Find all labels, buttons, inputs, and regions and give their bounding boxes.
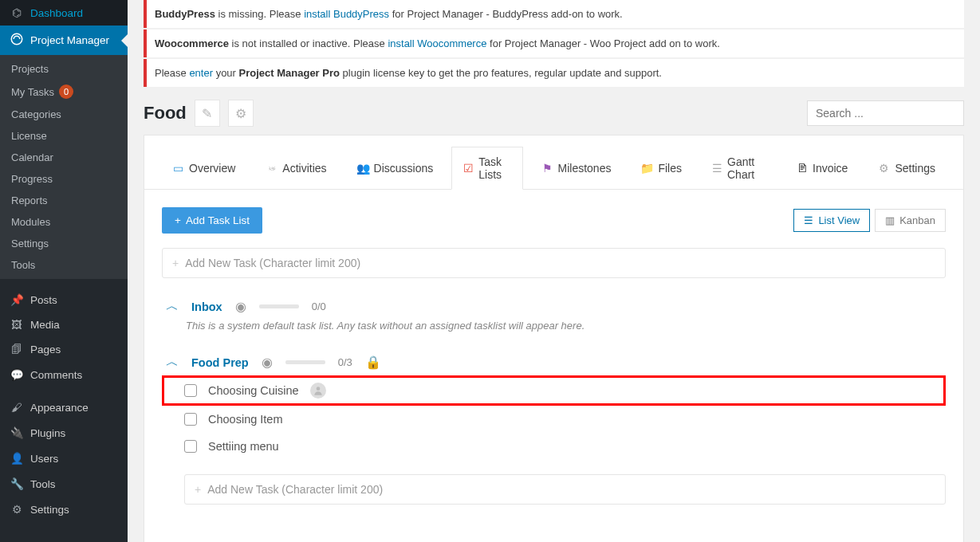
notice-link-install-buddypress[interactable]: install BuddyPress [304,8,389,20]
task-list-inbox: ︿ Inbox ◉ 0/0 This is a system default t… [162,298,946,332]
media-icon: 🖾 [10,319,24,331]
pencil-icon: ✎ [202,106,212,121]
sidebar-sub-categories[interactable]: Categories [0,104,128,125]
notice-license: Please enter your Project Manager Pro pl… [144,59,964,87]
notice-text: is missing. Please [215,8,304,20]
sidebar-item-project-manager[interactable]: Project Manager [0,26,128,55]
tab-files[interactable]: 📁 Files [629,147,694,190]
edit-project-button[interactable]: ✎ [195,100,220,127]
notice-link-install-woocommerce[interactable]: install Woocommerce [388,37,486,49]
sidebar-label: Users [30,453,58,465]
tab-invoice[interactable]: 🖹 Invoice [784,147,860,190]
list-view-button[interactable]: ☰ List View [793,209,870,232]
tab-label: Gantt Chart [727,155,766,181]
admin-sidebar: ⌬ Dashboard Project Manager Projects My … [0,0,128,542]
sidebar-item-media[interactable]: 🖾 Media [0,312,128,337]
sidebar-sub-reports[interactable]: Reports [0,190,128,211]
tab-gantt[interactable]: ☰ Gantt Chart [700,147,777,190]
pages-icon: 🗐 [10,344,24,355]
sidebar-item-appearance[interactable]: 🖌 Appearance [0,395,128,420]
sidebar-sub-settings[interactable]: Settings [0,233,128,254]
sidebar-label: Tools [30,478,56,490]
task-input-placeholder: Add New Task (Character limit 200) [207,483,383,496]
plus-icon: + [195,483,201,496]
task-row[interactable]: Choosing Cuisine [162,375,946,406]
sidebar-item-comments[interactable]: 💬 Comments [0,362,128,387]
task-list-title[interactable]: Inbox [191,300,222,313]
tab-activities[interactable]: ⎃ Activities [254,147,338,190]
sidebar-label: Media [30,319,60,331]
project-panel: ▭ Overview ⎃ Activities 👥 Discussions ☑ … [144,135,964,542]
notice-text: for Project Manager - BuddyPress add-on … [389,8,623,20]
panel-body: + Add Task List ☰ List View ▥ Kanban + A [144,190,963,542]
view-label: List View [818,214,860,226]
settings-icon: ⚙ [10,503,24,516]
tab-label: Overview [189,162,235,175]
invoice-icon: 🖹 [796,163,808,175]
progress-text: 0/0 [312,300,326,312]
sidebar-sub-projects[interactable]: Projects [0,58,128,80]
task-row[interactable]: Settiing menu [162,433,946,460]
task-checkbox[interactable] [184,413,197,426]
task-list-title[interactable]: Food Prep [191,356,249,369]
sidebar-sub-modules[interactable]: Modules [0,211,128,233]
sidebar-sub-calendar[interactable]: Calendar [0,147,128,168]
sidebar-sub-my-tasks[interactable]: My Tasks 0 [0,80,128,104]
sidebar-item-users[interactable]: 👤 Users [0,446,128,471]
page-header: Food ✎ ⚙ [144,100,964,127]
sidebar-item-pages[interactable]: 🗐 Pages [0,337,128,362]
add-task-list-button[interactable]: + Add Task List [162,207,262,234]
progress-bar [285,360,325,364]
activities-icon: ⎃ [266,163,277,175]
notice-link-enter-license[interactable]: enter [189,67,213,79]
sidebar-label: Settings [30,504,69,516]
collapse-toggle[interactable]: ︿ [166,354,179,371]
search-input[interactable] [807,100,964,126]
task-input-placeholder: Add New Task (Character limit 200) [185,257,360,269]
eye-icon: ◉ [262,355,273,370]
tab-discussions[interactable]: 👥 Discussions [345,147,446,190]
sidebar-label: Appearance [30,402,89,414]
eye-icon: ◉ [235,299,246,314]
task-checkbox[interactable] [184,384,197,397]
add-new-task-input[interactable]: + Add New Task (Character limit 200) [162,248,946,278]
project-tabs: ▭ Overview ⎃ Activities 👥 Discussions ☑ … [144,136,963,190]
kanban-view-button[interactable]: ▥ Kanban [875,209,946,232]
overview-icon: ▭ [172,163,184,175]
comments-icon: 💬 [10,368,24,381]
progress-bar [259,304,299,308]
task-lists-icon: ☑ [463,163,474,175]
milestones-icon: ⚑ [541,163,553,175]
notice-woocommerce: Woocommerce is not installed or inactive… [144,29,964,57]
collapse-toggle[interactable]: ︿ [166,298,179,315]
tab-task-lists[interactable]: ☑ Task Lists [451,147,522,190]
svg-point-0 [11,33,22,45]
sidebar-sub-tools[interactable]: Tools [0,254,128,276]
sidebar-item-posts[interactable]: 📌 Posts [0,287,128,312]
sidebar-item-tools[interactable]: 🔧 Tools [0,471,128,497]
plus-icon: + [172,257,179,269]
tab-milestones[interactable]: ⚑ Milestones [529,147,624,190]
sidebar-item-settings[interactable]: ⚙ Settings [0,497,128,522]
svg-point-1 [316,387,320,391]
task-title: Choosing Cuisine [208,384,299,397]
pin-icon: 📌 [10,293,24,306]
tab-label: Invoice [813,162,848,175]
sidebar-item-plugins[interactable]: 🔌 Plugins [0,420,128,446]
sidebar-item-dashboard[interactable]: ⌬ Dashboard [0,0,128,26]
tab-settings[interactable]: ⚙ Settings [866,147,947,190]
tab-overview[interactable]: ▭ Overview [160,147,247,190]
project-settings-button[interactable]: ⚙ [228,100,254,127]
tools-icon: 🔧 [10,477,24,490]
task-checkbox[interactable] [184,440,197,453]
my-tasks-badge: 0 [59,84,73,99]
sidebar-sub-label: My Tasks [11,86,54,98]
gantt-icon: ☰ [712,163,722,175]
add-new-task-input-list[interactable]: + Add New Task (Character limit 200) [184,474,946,505]
dashboard-icon: ⌬ [10,6,24,19]
discussions-icon: 👥 [357,163,369,175]
notice-text: your [213,67,239,79]
task-row[interactable]: Choosing Item [162,406,946,433]
sidebar-sub-license[interactable]: License [0,125,128,147]
sidebar-sub-progress[interactable]: Progress [0,168,128,190]
